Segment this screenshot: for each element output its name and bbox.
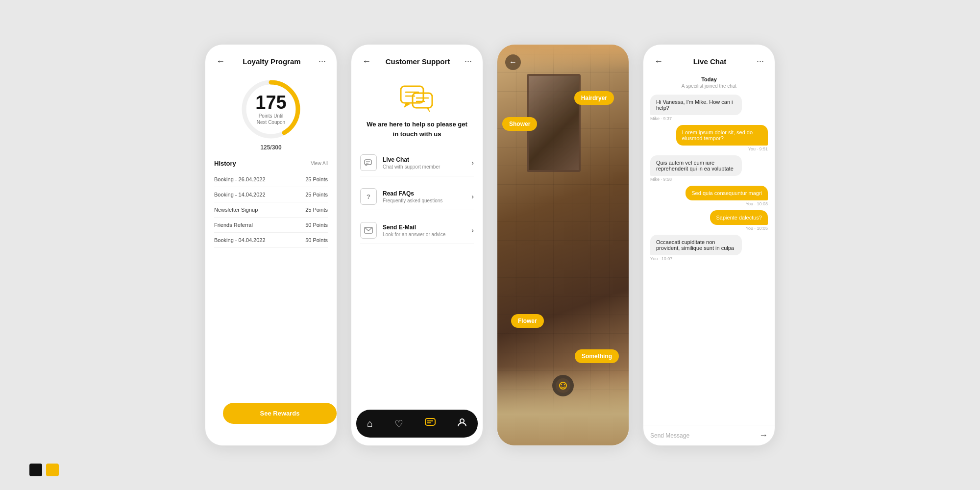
ar-label-flower[interactable]: Flower <box>511 314 544 328</box>
chat-meta: You · 10:03 <box>746 201 768 206</box>
chat-meta: You · 10:05 <box>746 226 768 231</box>
history-item-points: 50 Points <box>305 222 328 228</box>
email-subtitle: Look for an answer or advice <box>383 232 466 237</box>
chat-header: ← Live Chat ··· <box>643 45 775 72</box>
smiley-icon <box>559 382 567 390</box>
chat-messages-list: Hi Vanessa, I'm Mike. How can i help? Mi… <box>643 95 775 425</box>
chat-meta: Mike · 9:58 <box>650 177 672 182</box>
live-chat-text: Live Chat Chat with support member <box>383 156 466 170</box>
chat-message: Quis autem vel eum iure reprehenderit qu… <box>650 155 768 182</box>
ar-camera-icon <box>556 378 570 393</box>
loyalty-history-header: History View All <box>214 160 328 167</box>
nav-chat-icon <box>425 418 436 427</box>
table-row: Booking - 26.04.2022 25 Points <box>214 172 328 187</box>
chat-send-arrow-icon[interactable]: → <box>759 430 768 441</box>
chat-bubble-icon <box>364 159 373 167</box>
swatch-black <box>29 464 42 476</box>
loyalty-progress-wrap: 175 Points UntilNext Coupon <box>239 77 303 141</box>
email-arrow-icon: › <box>471 226 474 234</box>
faq-arrow-icon: › <box>471 193 474 200</box>
loyalty-points-center: 175 Points UntilNext Coupon <box>255 93 286 125</box>
chat-input-bar[interactable]: Send Message → <box>643 425 775 445</box>
chat-joined-label: A specilist joined the chat <box>643 83 775 89</box>
support-header: ← Customer Support ··· <box>351 45 483 72</box>
loyalty-progress-container: 175 Points UntilNext Coupon 125/300 <box>205 72 337 154</box>
live-chat-icon <box>360 154 377 171</box>
chat-bubble: Quis autem vel eum iure reprehenderit qu… <box>650 155 742 176</box>
person-icon <box>457 417 467 427</box>
loyalty-history-title: History <box>214 160 236 167</box>
email-icon <box>360 222 377 239</box>
color-swatches <box>29 464 59 476</box>
chat-date-label: Today <box>643 76 775 82</box>
history-item-label: Booking - 04.04.2022 <box>214 237 266 243</box>
support-back-button[interactable]: ← <box>360 55 373 68</box>
bottom-nav: ⌂ ♡ <box>356 410 478 438</box>
history-item-label: Newsletter Signup <box>214 207 258 213</box>
swatch-gold <box>46 464 59 476</box>
loyalty-screen: ← Loyalty Program ··· 175 Points UntilNe… <box>205 44 337 446</box>
loyalty-header: ← Loyalty Program ··· <box>205 45 337 72</box>
ar-label-something[interactable]: Something <box>575 349 619 363</box>
loyalty-points-label: Points UntilNext Coupon <box>255 113 286 125</box>
ar-camera-button[interactable] <box>552 375 574 396</box>
chat-more-button[interactable]: ··· <box>755 55 766 68</box>
faq-title: Read FAQs <box>383 190 466 197</box>
chat-back-button[interactable]: ← <box>652 55 665 68</box>
chat-bubble: Hi Vanessa, I'm Mike. How can i help? <box>650 95 742 115</box>
faq-subtitle: Frequently asked questions <box>383 198 466 203</box>
svg-point-21 <box>564 384 565 385</box>
loyalty-progress-fraction: 125/300 <box>260 144 281 151</box>
support-screen: ← Customer Support ··· We are here to he… <box>351 44 483 446</box>
history-item-points: 25 Points <box>305 192 328 197</box>
history-item-points: 25 Points <box>305 207 328 213</box>
nav-favorites-icon[interactable]: ♡ <box>391 416 407 432</box>
faq-text: Read FAQs Frequently asked questions <box>383 190 466 203</box>
ar-label-shower[interactable]: Shower <box>502 117 537 131</box>
support-more-button[interactable]: ··· <box>463 55 474 68</box>
chat-message: Sapiente dalectus? You · 10:05 <box>650 210 768 231</box>
chat-bubble: Occaecati cupiditate non provident, simi… <box>650 235 742 255</box>
table-row: Booking - 04.04.2022 50 Points <box>214 233 328 248</box>
loyalty-view-all[interactable]: View All <box>311 161 328 166</box>
history-item-label: Booking - 26.04.2022 <box>214 176 266 182</box>
ar-back-button[interactable]: ← <box>505 54 521 70</box>
screens-container: ← Loyalty Program ··· 175 Points UntilNe… <box>205 44 775 446</box>
history-item-points: 25 Points <box>305 176 328 182</box>
chat-send-label: Send Message <box>650 432 755 439</box>
chat-screen: ← Live Chat ··· Today A specilist joined… <box>643 44 775 446</box>
chat-bubble: Lorem ipsum dolor sit, sed do eiusmod te… <box>676 125 768 146</box>
see-rewards-button[interactable]: See Rewards <box>223 403 337 424</box>
chat-message: Lorem ipsum dolor sit, sed do eiusmod te… <box>650 125 768 151</box>
support-menu-email[interactable]: Send E-Mail Look for an answer or advice… <box>360 217 474 244</box>
svg-point-18 <box>460 419 464 423</box>
table-row: Booking - 14.04.2022 25 Points <box>214 187 328 202</box>
chat-message: Occaecati cupiditate non provident, simi… <box>650 235 768 261</box>
support-menu-faq[interactable]: ? Read FAQs Frequently asked questions › <box>360 183 474 210</box>
svg-point-20 <box>561 384 562 385</box>
svg-rect-6 <box>413 93 432 108</box>
chat-meta: You · 10:07 <box>650 256 672 261</box>
history-item-label: Booking - 14.04.2022 <box>214 192 266 197</box>
chat-message: Hi Vanessa, I'm Mike. How can i help? Mi… <box>650 95 768 121</box>
nav-profile-icon[interactable] <box>453 416 471 432</box>
ar-label-hairdryer[interactable]: Hairdryer <box>574 91 614 105</box>
table-row: Newsletter Signup 25 Points <box>214 202 328 218</box>
svg-rect-10 <box>365 160 371 165</box>
nav-home-icon[interactable]: ⌂ <box>363 416 377 431</box>
support-menu-live-chat[interactable]: Live Chat Chat with support member › <box>360 149 474 176</box>
table-row: Friends Referral 50 Points <box>214 218 328 233</box>
loyalty-back-button[interactable]: ← <box>214 55 227 68</box>
live-chat-subtitle: Chat with support member <box>383 164 466 170</box>
loyalty-title: Loyalty Program <box>243 57 300 66</box>
chat-meta: You · 9:51 <box>748 147 768 151</box>
loyalty-history-section: History View All Booking - 26.04.2022 25… <box>205 154 337 248</box>
svg-rect-15 <box>425 418 435 425</box>
ar-screen: ← Hairdryer Shower Flower Something <box>497 44 629 446</box>
chat-title: Live Chat <box>693 57 727 66</box>
live-chat-arrow-icon: › <box>471 159 474 167</box>
chat-meta: Mike · 9:37 <box>650 116 672 121</box>
loyalty-more-button[interactable]: ··· <box>317 55 328 68</box>
email-text: Send E-Mail Look for an answer or advice <box>383 224 466 237</box>
nav-messages-icon[interactable] <box>421 416 440 431</box>
